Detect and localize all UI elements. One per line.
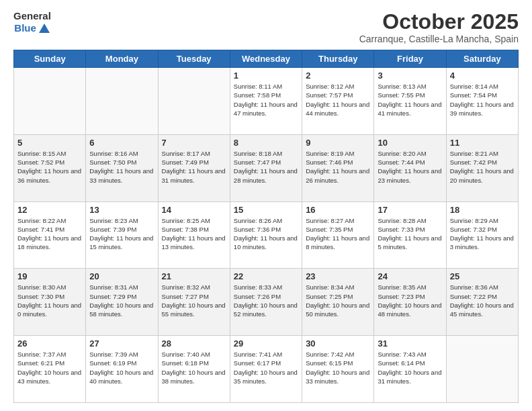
day-info: Sunrise: 8:19 AM Sunset: 7:46 PM Dayligh… bbox=[306, 149, 370, 185]
day-info: Sunrise: 7:41 AM Sunset: 6:17 PM Dayligh… bbox=[234, 350, 298, 385]
day-number: 6 bbox=[89, 138, 154, 148]
logo-general: General bbox=[13, 11, 51, 22]
day-cell: 1Sunrise: 8:11 AM Sunset: 7:58 PM Daylig… bbox=[230, 68, 302, 135]
day-info: Sunrise: 8:26 AM Sunset: 7:36 PM Dayligh… bbox=[234, 216, 298, 252]
day-number: 9 bbox=[306, 138, 370, 148]
day-info: Sunrise: 8:27 AM Sunset: 7:35 PM Dayligh… bbox=[306, 216, 370, 252]
day-number: 12 bbox=[17, 205, 82, 215]
day-info: Sunrise: 8:30 AM Sunset: 7:30 PM Dayligh… bbox=[17, 283, 82, 318]
day-cell: 11Sunrise: 8:21 AM Sunset: 7:42 PM Dayli… bbox=[446, 134, 518, 201]
day-number: 8 bbox=[234, 138, 298, 148]
weekday-header-row: SundayMondayTuesdayWednesdayThursdayFrid… bbox=[14, 50, 519, 68]
day-number: 18 bbox=[450, 205, 515, 215]
week-row-2: 5Sunrise: 8:15 AM Sunset: 7:52 PM Daylig… bbox=[14, 134, 519, 201]
day-number: 22 bbox=[234, 271, 298, 281]
day-cell: 7Sunrise: 8:17 AM Sunset: 7:49 PM Daylig… bbox=[158, 134, 230, 201]
day-cell: 12Sunrise: 8:22 AM Sunset: 7:41 PM Dayli… bbox=[14, 201, 86, 269]
day-info: Sunrise: 8:17 AM Sunset: 7:49 PM Dayligh… bbox=[162, 149, 226, 185]
day-cell: 14Sunrise: 8:25 AM Sunset: 7:38 PM Dayli… bbox=[158, 201, 230, 269]
weekday-header-monday: Monday bbox=[86, 50, 158, 68]
day-info: Sunrise: 8:11 AM Sunset: 7:58 PM Dayligh… bbox=[234, 82, 298, 118]
day-number: 30 bbox=[306, 338, 370, 349]
header: General Blue October 2025 Carranque, Cas… bbox=[13, 11, 519, 44]
title-block: October 2025 Carranque, Castille-La Manc… bbox=[359, 11, 519, 44]
day-cell: 4Sunrise: 8:14 AM Sunset: 7:54 PM Daylig… bbox=[446, 68, 518, 135]
day-info: Sunrise: 8:22 AM Sunset: 7:41 PM Dayligh… bbox=[17, 216, 82, 252]
day-number: 31 bbox=[378, 338, 442, 349]
day-info: Sunrise: 8:32 AM Sunset: 7:27 PM Dayligh… bbox=[162, 283, 226, 318]
weekday-header-friday: Friday bbox=[374, 50, 446, 68]
day-number: 10 bbox=[378, 138, 442, 148]
week-row-4: 19Sunrise: 8:30 AM Sunset: 7:30 PM Dayli… bbox=[14, 269, 519, 336]
day-info: Sunrise: 7:40 AM Sunset: 6:18 PM Dayligh… bbox=[162, 350, 226, 385]
day-cell: 16Sunrise: 8:27 AM Sunset: 7:35 PM Dayli… bbox=[302, 201, 374, 269]
day-cell: 25Sunrise: 8:36 AM Sunset: 7:22 PM Dayli… bbox=[446, 269, 518, 336]
day-cell: 3Sunrise: 8:13 AM Sunset: 7:55 PM Daylig… bbox=[374, 68, 446, 135]
day-cell: 24Sunrise: 8:35 AM Sunset: 7:23 PM Dayli… bbox=[374, 269, 446, 336]
weekday-header-tuesday: Tuesday bbox=[158, 50, 230, 68]
day-cell: 13Sunrise: 8:23 AM Sunset: 7:39 PM Dayli… bbox=[86, 201, 158, 269]
day-info: Sunrise: 8:29 AM Sunset: 7:32 PM Dayligh… bbox=[450, 216, 515, 252]
day-cell: 28Sunrise: 7:40 AM Sunset: 6:18 PM Dayli… bbox=[158, 336, 230, 403]
day-cell bbox=[14, 68, 86, 135]
day-number: 5 bbox=[17, 138, 82, 148]
day-cell: 17Sunrise: 8:28 AM Sunset: 7:33 PM Dayli… bbox=[374, 201, 446, 269]
day-cell bbox=[86, 68, 158, 135]
day-info: Sunrise: 8:25 AM Sunset: 7:38 PM Dayligh… bbox=[162, 216, 226, 252]
month-title: October 2025 bbox=[359, 11, 519, 32]
day-number: 25 bbox=[450, 271, 515, 281]
day-cell: 8Sunrise: 8:18 AM Sunset: 7:47 PM Daylig… bbox=[230, 134, 302, 201]
day-info: Sunrise: 7:43 AM Sunset: 6:14 PM Dayligh… bbox=[378, 350, 442, 385]
day-info: Sunrise: 8:28 AM Sunset: 7:33 PM Dayligh… bbox=[378, 216, 442, 252]
day-number: 7 bbox=[162, 138, 226, 148]
day-number: 14 bbox=[162, 205, 226, 215]
day-cell: 26Sunrise: 7:37 AM Sunset: 6:21 PM Dayli… bbox=[14, 336, 86, 403]
day-info: Sunrise: 8:35 AM Sunset: 7:23 PM Dayligh… bbox=[378, 283, 442, 318]
day-number: 16 bbox=[306, 205, 370, 215]
day-info: Sunrise: 8:31 AM Sunset: 7:29 PM Dayligh… bbox=[89, 283, 154, 318]
day-number: 26 bbox=[17, 338, 82, 349]
day-cell: 10Sunrise: 8:20 AM Sunset: 7:44 PM Dayli… bbox=[374, 134, 446, 201]
day-cell bbox=[158, 68, 230, 135]
logo: General Blue bbox=[13, 11, 51, 36]
day-cell: 22Sunrise: 8:33 AM Sunset: 7:26 PM Dayli… bbox=[230, 269, 302, 336]
day-cell: 6Sunrise: 8:16 AM Sunset: 7:50 PM Daylig… bbox=[86, 134, 158, 201]
day-info: Sunrise: 8:33 AM Sunset: 7:26 PM Dayligh… bbox=[234, 283, 298, 318]
day-cell bbox=[446, 336, 518, 403]
calendar-table: SundayMondayTuesdayWednesdayThursdayFrid… bbox=[13, 50, 519, 403]
day-number: 27 bbox=[89, 338, 154, 349]
day-cell: 29Sunrise: 7:41 AM Sunset: 6:17 PM Dayli… bbox=[230, 336, 302, 403]
day-cell: 21Sunrise: 8:32 AM Sunset: 7:27 PM Dayli… bbox=[158, 269, 230, 336]
day-number: 24 bbox=[378, 271, 442, 281]
day-number: 15 bbox=[234, 205, 298, 215]
day-number: 17 bbox=[378, 205, 442, 215]
day-info: Sunrise: 8:20 AM Sunset: 7:44 PM Dayligh… bbox=[378, 149, 442, 185]
day-info: Sunrise: 8:34 AM Sunset: 7:25 PM Dayligh… bbox=[306, 283, 370, 318]
day-cell: 27Sunrise: 7:39 AM Sunset: 6:19 PM Dayli… bbox=[86, 336, 158, 403]
weekday-header-saturday: Saturday bbox=[446, 50, 518, 68]
day-info: Sunrise: 8:36 AM Sunset: 7:22 PM Dayligh… bbox=[450, 283, 515, 318]
day-info: Sunrise: 8:23 AM Sunset: 7:39 PM Dayligh… bbox=[89, 216, 154, 252]
logo-blue: Blue bbox=[14, 23, 36, 34]
day-cell: 19Sunrise: 8:30 AM Sunset: 7:30 PM Dayli… bbox=[14, 269, 86, 336]
day-info: Sunrise: 7:39 AM Sunset: 6:19 PM Dayligh… bbox=[89, 350, 154, 385]
day-info: Sunrise: 8:16 AM Sunset: 7:50 PM Dayligh… bbox=[89, 149, 154, 185]
day-number: 21 bbox=[162, 271, 226, 281]
day-info: Sunrise: 7:37 AM Sunset: 6:21 PM Dayligh… bbox=[17, 350, 82, 385]
day-number: 1 bbox=[234, 71, 298, 81]
day-cell: 30Sunrise: 7:42 AM Sunset: 6:15 PM Dayli… bbox=[302, 336, 374, 403]
day-info: Sunrise: 8:18 AM Sunset: 7:47 PM Dayligh… bbox=[234, 149, 298, 185]
day-number: 28 bbox=[162, 338, 226, 349]
day-cell: 5Sunrise: 8:15 AM Sunset: 7:52 PM Daylig… bbox=[14, 134, 86, 201]
weekday-header-thursday: Thursday bbox=[302, 50, 374, 68]
day-number: 13 bbox=[89, 205, 154, 215]
day-info: Sunrise: 8:12 AM Sunset: 7:57 PM Dayligh… bbox=[306, 82, 370, 118]
week-row-1: 1Sunrise: 8:11 AM Sunset: 7:58 PM Daylig… bbox=[14, 68, 519, 135]
weekday-header-sunday: Sunday bbox=[14, 50, 86, 68]
day-cell: 23Sunrise: 8:34 AM Sunset: 7:25 PM Dayli… bbox=[302, 269, 374, 336]
logo-icon bbox=[38, 22, 51, 36]
day-info: Sunrise: 7:42 AM Sunset: 6:15 PM Dayligh… bbox=[306, 350, 370, 385]
day-number: 3 bbox=[378, 71, 442, 81]
day-cell: 31Sunrise: 7:43 AM Sunset: 6:14 PM Dayli… bbox=[374, 336, 446, 403]
day-number: 11 bbox=[450, 138, 515, 148]
